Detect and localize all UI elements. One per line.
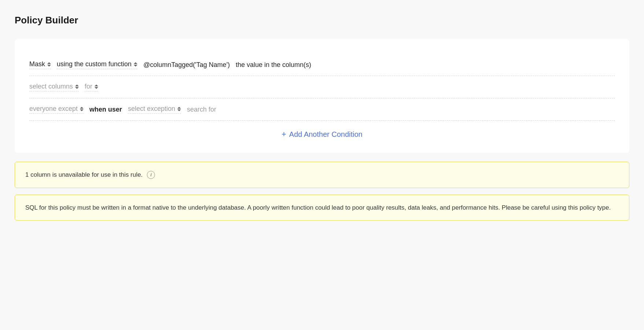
column-tag-text: @columnTagged('Tag Name') bbox=[143, 61, 230, 69]
row-mask-function: Mask using the custom function @columnTa… bbox=[29, 54, 615, 76]
function-label: using the custom function bbox=[57, 60, 132, 68]
row2-group: select columns for bbox=[29, 83, 98, 91]
add-condition-button[interactable]: + Add Another Condition bbox=[29, 121, 615, 142]
add-condition-plus-icon: + bbox=[281, 130, 286, 139]
exception-chevron-icon bbox=[177, 107, 181, 111]
exception-dropdown[interactable]: select exception bbox=[128, 105, 181, 114]
chevron-down-icon bbox=[134, 65, 137, 67]
scope-dropdown[interactable]: everyone except bbox=[29, 105, 84, 114]
row3-group: everyone except when user select excepti… bbox=[29, 105, 216, 114]
action-dropdown[interactable]: Mask bbox=[29, 60, 51, 69]
chevron-up-icon bbox=[177, 107, 181, 109]
chevron-down-icon bbox=[80, 109, 84, 111]
scope-chevron-icon bbox=[80, 107, 84, 111]
scope-label: everyone except bbox=[29, 105, 78, 113]
action-chevron-icon bbox=[47, 62, 51, 67]
action-label: Mask bbox=[29, 60, 45, 68]
function-chevron-icon bbox=[134, 62, 137, 67]
chevron-up-icon bbox=[80, 107, 84, 109]
alert-unavailable-column: 1 column is unavailable for use in this … bbox=[15, 162, 629, 188]
alert-sql-warning: SQL for this policy must be written in a… bbox=[15, 195, 629, 221]
columns-label: select columns bbox=[29, 83, 73, 90]
for-label: for bbox=[85, 83, 92, 90]
policy-builder-panel: Mask using the custom function @columnTa… bbox=[15, 39, 629, 153]
columns-chevron-icon bbox=[75, 85, 79, 89]
row-select-columns: select columns for bbox=[29, 76, 615, 98]
column-suffix-text: the value in the column(s) bbox=[236, 61, 311, 69]
chevron-up-icon bbox=[75, 85, 79, 86]
search-for-text: search for bbox=[187, 106, 216, 113]
row-everyone-except: everyone except when user select excepti… bbox=[29, 98, 615, 121]
function-dropdown[interactable]: using the custom function bbox=[57, 60, 137, 69]
chevron-down-icon bbox=[75, 87, 79, 89]
chevron-down-icon bbox=[95, 87, 98, 89]
columns-dropdown[interactable]: select columns bbox=[29, 83, 79, 91]
page-title: Policy Builder bbox=[15, 15, 629, 26]
chevron-up-icon bbox=[134, 62, 137, 64]
when-user-text: when user bbox=[89, 106, 122, 113]
for-chevron-icon bbox=[95, 85, 98, 89]
exception-label: select exception bbox=[128, 105, 175, 113]
chevron-up-icon bbox=[47, 62, 51, 64]
alert1-text: 1 column is unavailable for use in this … bbox=[25, 170, 143, 180]
alert2-text: SQL for this policy must be written in a… bbox=[25, 203, 611, 213]
chevron-down-icon bbox=[47, 65, 51, 67]
info-icon[interactable]: i bbox=[147, 171, 155, 179]
add-condition-label: Add Another Condition bbox=[289, 130, 362, 139]
row1-group: Mask using the custom function @columnTa… bbox=[29, 60, 311, 69]
chevron-up-icon bbox=[95, 85, 98, 86]
chevron-down-icon bbox=[177, 109, 181, 111]
for-dropdown[interactable]: for bbox=[85, 83, 98, 91]
